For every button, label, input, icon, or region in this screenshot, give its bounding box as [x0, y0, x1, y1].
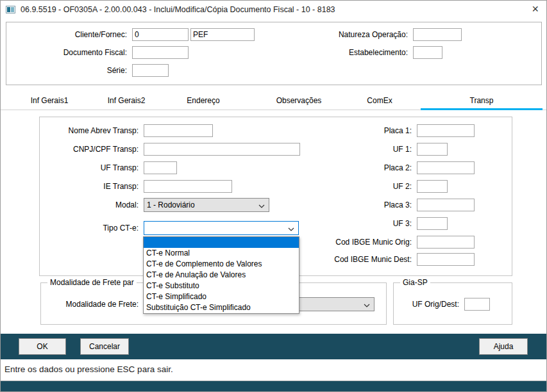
chevron-down-icon [288, 222, 294, 234]
field-row: Placa 3: [312, 198, 475, 212]
tab-observacoes[interactable]: Observações [260, 92, 338, 110]
field-row: UF Transp: [40, 161, 177, 175]
estabelecimento-label: Estabelecimento: [282, 48, 410, 57]
field-row: UF 1: [312, 142, 448, 156]
uf-transp-input[interactable] [144, 161, 177, 174]
modal-label: Modal: [40, 200, 141, 209]
chevron-down-icon [364, 298, 370, 310]
modal-select-value: 1 - Rodoviário [147, 200, 195, 209]
tab-comex[interactable]: ComEx [352, 92, 407, 110]
cnpj-cpf-transp-label: CNPJ/CPF Transp: [40, 145, 141, 154]
tab-endereco[interactable]: Endereço [169, 92, 238, 110]
bottom-strip [1, 381, 547, 392]
serie-input[interactable] [132, 64, 169, 77]
titlebar: 06.9.5519 - OF0305A - 2.00.00.043 - Incl… [1, 1, 546, 18]
gia-sp-group: Gia-SP UF Orig/Dest: [393, 282, 512, 325]
documento-fiscal-input[interactable] [132, 46, 189, 59]
field-row: IE Transp: [40, 179, 232, 193]
window-title: 06.9.5519 - OF0305A - 2.00.00.043 - Incl… [21, 5, 335, 14]
tipo-cte-option[interactable]: CT-e Simplificado [144, 291, 299, 302]
field-row: UF Orig/Dest: [394, 297, 490, 311]
cod-ibge-munic-orig-input[interactable] [417, 236, 475, 249]
uf-3-label: UF 3: [312, 219, 414, 228]
tipo-cte-label: Tipo CT-e: [40, 224, 141, 233]
field-row: Cod IBGE Munic Dest: [312, 252, 475, 266]
cod-ibge-munic-dest-input[interactable] [417, 253, 475, 266]
tab-inf-gerais1[interactable]: Inf Gerais1 [13, 92, 85, 110]
placa-3-input[interactable] [417, 199, 475, 211]
tipo-cte-option[interactable]: CT-e de Complemento de Valores [144, 259, 299, 270]
field-row: Cod IBGE Munic Orig: [312, 235, 475, 249]
field-row: Natureza Operação: [282, 28, 462, 42]
nome-abrev-transp-input[interactable] [144, 124, 213, 137]
ie-transp-input[interactable] [144, 180, 232, 193]
field-row: Documento Fiscal: [6, 45, 189, 60]
field-row: Cliente/Fornec: PEF [6, 28, 255, 42]
placa-1-label: Placa 1: [312, 126, 414, 135]
tipo-cte-dropdown-list: CT-e Normal CT-e de Complemento de Valor… [143, 236, 299, 314]
dialog-window: 06.9.5519 - OF0305A - 2.00.00.043 - Incl… [0, 0, 547, 392]
natureza-operacao-input[interactable] [413, 28, 462, 41]
field-row: UF 2: [312, 179, 448, 193]
chevron-down-icon [258, 199, 265, 211]
field-row: CNPJ/CPF Transp: [40, 142, 300, 156]
tab-transp[interactable]: Transp [421, 92, 543, 110]
cod-ibge-munic-orig-label: Cod IBGE Munic Orig: [312, 238, 414, 247]
ok-button[interactable]: OK [19, 338, 66, 355]
field-row: Nome Abrev Transp: [40, 124, 213, 138]
uf-1-label: UF 1: [312, 145, 414, 154]
uf-2-input[interactable] [417, 180, 448, 193]
tipo-cte-option[interactable]: CT-e Substituto [144, 281, 299, 291]
cnpj-cpf-transp-input[interactable] [144, 143, 300, 156]
ajuda-button[interactable]: Ajuda [479, 338, 528, 355]
placa-2-label: Placa 2: [312, 163, 414, 172]
cod-ibge-munic-dest-label: Cod IBGE Munic Dest: [312, 255, 414, 264]
tab-bar: Inf Gerais1 Inf Gerais2 Endereço Observa… [1, 92, 547, 110]
close-icon[interactable]: × [532, 1, 539, 17]
serie-label: Série: [6, 66, 130, 75]
cliente-fornec-desc: PEF [190, 28, 255, 41]
status-bar: Entre os dados ou pressione ESC para sai… [1, 359, 547, 381]
tipo-cte-option[interactable]: Substituição CT-e Simplificado [144, 302, 299, 313]
documento-fiscal-label: Documento Fiscal: [6, 48, 130, 57]
button-bar: OK Cancelar Ajuda [1, 334, 547, 359]
ie-transp-label: IE Transp: [40, 182, 141, 191]
cliente-fornec-label: Cliente/Fornec: [6, 30, 130, 39]
tab-inf-gerais2[interactable]: Inf Gerais2 [90, 92, 162, 110]
placa-1-input[interactable] [417, 124, 475, 137]
field-row: Placa 2: [312, 161, 475, 175]
uf-2-label: UF 2: [312, 182, 414, 191]
field-row: Placa 1: [312, 124, 475, 138]
tipo-cte-option[interactable] [144, 237, 299, 248]
placa-3-label: Placa 3: [312, 200, 414, 209]
nome-abrev-transp-label: Nome Abrev Transp: [40, 126, 141, 135]
field-row: Modal: 1 - Rodoviário [40, 198, 269, 212]
cancelar-button[interactable]: Cancelar [80, 338, 129, 355]
modal-select[interactable]: 1 - Rodoviário [144, 198, 269, 212]
modalidade-frete-group-legend: Modalidade de Frete par [47, 278, 137, 287]
field-row: UF 3: [312, 216, 448, 231]
estabelecimento-input[interactable] [413, 46, 442, 59]
tipo-cte-select[interactable] [144, 221, 299, 235]
natureza-operacao-label: Natureza Operação: [282, 30, 410, 39]
uf-orig-dest-input[interactable] [464, 298, 490, 311]
uf-transp-label: UF Transp: [40, 163, 141, 172]
field-row: Estabelecimento: [282, 45, 442, 60]
field-row: Série: [6, 63, 169, 78]
uf-1-input[interactable] [417, 143, 448, 156]
app-icon [6, 6, 15, 13]
placa-2-input[interactable] [417, 161, 475, 174]
header-fieldset: Cliente/Fornec: PEF Natureza Operação: D… [6, 22, 542, 85]
uf-3-input[interactable] [417, 217, 448, 230]
cliente-fornec-input[interactable] [132, 28, 189, 41]
field-row: Tipo CT-e: [40, 221, 299, 235]
tipo-cte-option[interactable]: CT-e de Anulação de Valores [144, 270, 299, 281]
tipo-cte-option[interactable]: CT-e Normal [144, 248, 299, 259]
gia-sp-group-legend: Gia-SP [400, 278, 430, 287]
uf-orig-dest-label: UF Orig/Dest: [394, 300, 462, 309]
modalidade-frete-label: Modalidade de Frete: [41, 300, 141, 309]
status-message: Entre os dados ou pressione ESC para sai… [4, 364, 173, 374]
